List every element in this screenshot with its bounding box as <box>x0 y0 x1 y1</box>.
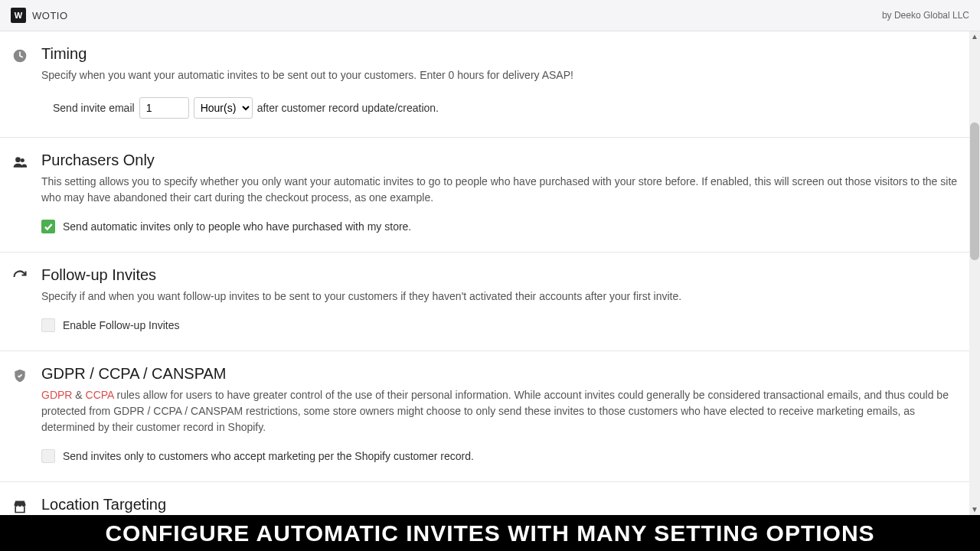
scrollbar-thumb[interactable] <box>970 122 979 260</box>
clock-icon <box>12 45 41 119</box>
section-title: Follow-up Invites <box>41 266 968 284</box>
section-title: Timing <box>41 45 968 63</box>
refresh-icon <box>12 266 41 332</box>
store-icon <box>12 496 41 515</box>
section-location: Location Targeting <box>0 482 980 515</box>
section-timing: Timing Specify when you want your automa… <box>0 31 980 138</box>
scroll-down-arrow[interactable]: ▼ <box>969 504 980 515</box>
gdpr-checkbox-row: Send invites only to customers who accep… <box>41 449 968 463</box>
scrollbar-track[interactable] <box>969 31 980 515</box>
followup-checkbox-row: Enable Follow-up Invites <box>41 318 968 332</box>
section-desc: Specify if and when you want follow-up i… <box>41 289 968 305</box>
section-title: GDPR / CCPA / CANSPAM <box>41 365 968 383</box>
section-body: GDPR / CCPA / CANSPAM GDPR & CCPA rules … <box>41 365 968 463</box>
section-title: Purchasers Only <box>41 152 968 169</box>
amp: & <box>72 389 85 401</box>
app-header: W WOTIO by Deeko Global LLC <box>0 0 980 31</box>
users-icon <box>12 152 41 233</box>
checkbox-label: Send invites only to customers who accep… <box>63 450 474 462</box>
section-body: Timing Specify when you want your automa… <box>41 45 968 119</box>
checkbox-label: Enable Follow-up Invites <box>63 319 180 331</box>
checkbox-label: Send automatic invites only to people wh… <box>63 220 411 233</box>
gdpr-link[interactable]: GDPR <box>41 389 72 401</box>
section-body: Follow-up Invites Specify if and when yo… <box>41 266 968 332</box>
followup-checkbox[interactable] <box>41 318 55 332</box>
section-title: Location Targeting <box>41 496 968 514</box>
purchasers-checkbox[interactable] <box>41 220 55 233</box>
section-gdpr: GDPR / CCPA / CANSPAM GDPR & CCPA rules … <box>0 351 980 482</box>
timing-suffix: after customer record update/creation. <box>257 102 439 114</box>
section-desc: This setting allows you to specify wheth… <box>41 174 968 206</box>
content-area: Timing Specify when you want your automa… <box>0 31 980 515</box>
timing-controls: Send invite email Hour(s) after customer… <box>41 97 968 119</box>
section-desc: Specify when you want your automatic inv… <box>41 67 968 83</box>
svg-point-1 <box>15 157 21 162</box>
purchasers-checkbox-row: Send automatic invites only to people wh… <box>41 220 968 233</box>
header-byline: by Deeko Global LLC <box>882 10 969 21</box>
timing-value-input[interactable] <box>139 97 189 119</box>
scroll-up-arrow[interactable]: ▲ <box>969 31 980 42</box>
ccpa-link[interactable]: CCPA <box>86 389 114 401</box>
timing-prefix: Send invite email <box>53 102 135 114</box>
section-body: Purchasers Only This setting allows you … <box>41 152 968 233</box>
section-purchasers: Purchasers Only This setting allows you … <box>0 138 980 253</box>
header-left: W WOTIO <box>11 8 68 23</box>
gdpr-checkbox[interactable] <box>41 449 55 463</box>
section-desc: GDPR & CCPA rules allow for users to hav… <box>41 387 968 435</box>
timing-unit-select[interactable]: Hour(s) <box>194 97 253 119</box>
desc-rest: rules allow for users to have greater co… <box>41 389 949 433</box>
svg-point-2 <box>21 158 24 162</box>
caption-banner: CONFIGURE AUTOMATIC INVITES WITH MANY SE… <box>0 515 980 551</box>
app-logo: W <box>11 8 26 23</box>
section-body: Location Targeting <box>41 496 968 515</box>
section-followup: Follow-up Invites Specify if and when yo… <box>0 253 980 351</box>
app-name: WOTIO <box>32 10 68 21</box>
shield-icon <box>12 365 41 463</box>
